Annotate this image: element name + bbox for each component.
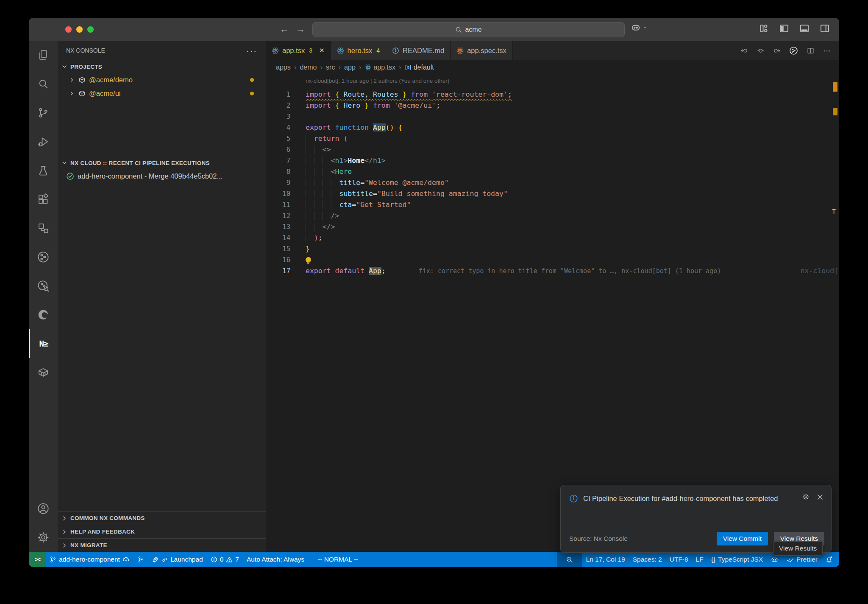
blame-header: nx-cloud[bot], 1 hour ago | 2 authors (Y…: [266, 75, 839, 89]
errors-icon: [211, 556, 217, 563]
nav-current-icon[interactable]: [757, 47, 764, 54]
code-line[interactable]: 4export function App() {: [266, 122, 839, 133]
code-line[interactable]: 15}: [266, 243, 839, 254]
breadcrumb-file[interactable]: app.tsx: [364, 64, 395, 71]
view-results-tooltip: View Results: [773, 541, 823, 556]
tab-readme-md[interactable]: README.md: [386, 41, 451, 60]
account-icon[interactable]: [29, 494, 58, 523]
code-line[interactable]: 14 );: [266, 232, 839, 243]
run-ci-icon[interactable]: [789, 46, 798, 55]
code-line[interactable]: 3: [266, 111, 839, 122]
problems-item[interactable]: 0 7: [207, 552, 243, 567]
section-help-and-feedback[interactable]: HELP AND FEEDBACK: [58, 525, 266, 538]
vim-mode-item[interactable]: -- NORMAL --: [314, 552, 362, 567]
toggle-panel-icon[interactable]: [799, 23, 810, 34]
copilot-menu[interactable]: [631, 23, 648, 32]
split-editor-icon[interactable]: [807, 47, 815, 54]
breadcrumb-demo[interactable]: demo: [300, 64, 317, 71]
project-acme-ui[interactable]: @acme/ui: [58, 87, 266, 100]
encoding-item[interactable]: UTF-8: [666, 552, 692, 567]
code-line[interactable]: 1import { Route, Routes } from 'react-ro…: [266, 89, 839, 100]
section-nx-migrate[interactable]: NX MIGRATE: [58, 538, 266, 552]
line-number: 17: [266, 266, 290, 277]
lightbulb-icon[interactable]: [306, 257, 311, 263]
toggle-secondary-sidebar-icon[interactable]: [820, 23, 830, 34]
tab-hero-tsx[interactable]: hero.tsx 4: [331, 41, 387, 60]
toggle-sidebar-icon[interactable]: [779, 23, 789, 34]
more-actions-icon[interactable]: ⋯: [823, 46, 832, 56]
gear-icon[interactable]: [802, 493, 810, 501]
extensions-icon[interactable]: [29, 185, 58, 214]
settings-gear-icon[interactable]: [29, 523, 58, 552]
command-center-search[interactable]: acme: [312, 22, 625, 37]
close-window-button[interactable]: [65, 26, 72, 33]
zoom-indicator[interactable]: [557, 552, 582, 567]
cursor-position-item[interactable]: Ln 17, Col 19: [582, 552, 629, 567]
react-icon: [364, 64, 371, 71]
code-line[interactable]: 6 <>: [266, 144, 839, 155]
eol-item[interactable]: LF: [692, 552, 707, 567]
nx-console-icon[interactable]: N≥: [29, 329, 58, 358]
tab-app-spec-tsx[interactable]: app.spec.tsx: [451, 41, 513, 60]
language-mode-item[interactable]: {} TypeScript JSX: [707, 552, 767, 567]
testing-icon[interactable]: [29, 156, 58, 185]
tab-app-tsx[interactable]: app.tsx 3 ✕: [266, 41, 331, 60]
nav-forward-icon[interactable]: [773, 47, 781, 54]
graph-search-icon[interactable]: [29, 271, 58, 300]
sidebar-nx-console: NX CONSOLE ··· PROJECTS @acme/demo @acme…: [58, 41, 266, 552]
auto-attach-item[interactable]: Auto Attach: Always: [243, 552, 308, 567]
code-text: export default App;fix: correct typo in …: [306, 266, 721, 277]
sidebar-more-actions-icon[interactable]: ···: [246, 46, 257, 56]
pipeline-execution-item[interactable]: add-hero-component - Merge 409b44e5cb02.…: [58, 169, 266, 183]
code-line[interactable]: 13 </>: [266, 221, 839, 232]
customize-layout-icon[interactable]: [759, 23, 769, 34]
explorer-icon[interactable]: [29, 41, 58, 70]
code-line[interactable]: 16: [266, 254, 839, 266]
code-line[interactable]: 7 <h1>Home</h1>: [266, 155, 839, 166]
code-line[interactable]: 2import { Hero } from '@acme/ui';: [266, 100, 839, 111]
close-icon[interactable]: ✕: [319, 47, 325, 54]
git-branch-item[interactable]: add-hero-component: [46, 552, 134, 567]
breadcrumb-app[interactable]: app: [344, 64, 356, 71]
code-editor[interactable]: nx-cloud[bot], 1 hour ago | 2 authors (Y…: [266, 75, 839, 552]
code-line[interactable]: 8 <Hero: [266, 166, 839, 177]
line-number: 14: [266, 232, 290, 243]
section-projects[interactable]: PROJECTS: [58, 60, 266, 73]
view-commit-button[interactable]: View Commit: [717, 532, 768, 545]
code-line[interactable]: 9 title="Welcome @acme/demo": [266, 177, 839, 188]
code-line[interactable]: 17export default App;fix: correct typo i…: [266, 266, 839, 277]
breadcrumb-apps[interactable]: apps: [276, 64, 291, 71]
git-graph-item[interactable]: [134, 552, 148, 567]
remote-indicator[interactable]: ><: [29, 552, 46, 567]
breadcrumb-symbol-default[interactable]: default: [405, 64, 434, 71]
chevron-down-icon: [61, 159, 68, 166]
react-icon: [456, 47, 464, 54]
run-debug-icon[interactable]: [29, 127, 58, 156]
maximize-window-button[interactable]: [87, 26, 94, 33]
nx-cloud-graph-icon[interactable]: [29, 243, 58, 271]
project-acme-demo[interactable]: @acme/demo: [58, 73, 266, 87]
source-control-icon[interactable]: [29, 98, 58, 127]
nav-back-icon[interactable]: [740, 47, 748, 54]
search-icon[interactable]: [29, 70, 58, 98]
code-line[interactable]: 12 />: [266, 210, 839, 221]
code-line[interactable]: 5 return (: [266, 133, 839, 144]
references-icon[interactable]: [29, 214, 58, 243]
launchpad-item[interactable]: Launchpad: [148, 552, 207, 567]
section-common-nx-commands[interactable]: COMMON NX COMMANDS: [58, 511, 266, 525]
breadcrumb-src[interactable]: src: [326, 64, 335, 71]
activity-bar: N≥: [29, 41, 58, 552]
history-forward-icon[interactable]: →: [296, 23, 305, 35]
edge-browser-icon[interactable]: [29, 300, 58, 329]
close-icon[interactable]: [817, 494, 823, 501]
section-nx-cloud[interactable]: NX CLOUD :: RECENT CI PIPELINE EXECUTION…: [58, 157, 266, 169]
code-line[interactable]: 11 cta="Get Started": [266, 199, 839, 210]
containers-icon[interactable]: [29, 358, 58, 387]
notification-message: CI Pipeline Execution for #add-hero-comp…: [583, 493, 778, 504]
package-icon: [78, 90, 86, 97]
minimize-window-button[interactable]: [76, 26, 83, 33]
history-back-icon[interactable]: ←: [280, 23, 289, 35]
code-line[interactable]: 10 subtitle="Build something amazing tod…: [266, 188, 839, 199]
indentation-item[interactable]: Spaces: 2: [629, 552, 666, 567]
notifications-bell-icon[interactable]: [821, 552, 837, 567]
